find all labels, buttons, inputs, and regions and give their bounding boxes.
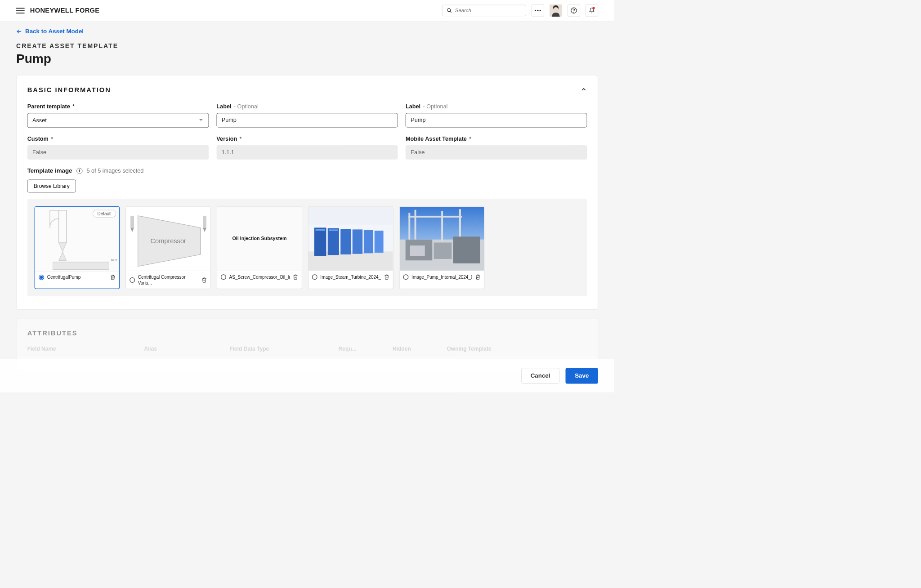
image-thumbnail (308, 207, 393, 271)
notification-dot-icon (592, 7, 595, 9)
svg-text:Compressor: Compressor (151, 237, 186, 245)
field-label: Custom (27, 135, 49, 142)
trash-icon[interactable] (384, 274, 389, 280)
trash-icon[interactable] (475, 274, 481, 280)
back-link-label: Back to Asset Model (25, 28, 84, 35)
template-image-gallery: Default Run Centrifugal (27, 199, 587, 296)
cancel-button[interactable]: Cancel (521, 368, 559, 383)
image-card[interactable]: Oil Injection Subsystem AS_Screw_Compres… (217, 206, 302, 289)
input-value: Pump (222, 117, 237, 124)
input-value: False (32, 149, 46, 156)
browse-library-button[interactable]: Browse Library (27, 180, 76, 193)
help-circle-icon (571, 7, 577, 14)
trash-icon[interactable] (201, 277, 207, 283)
optional-marker: - Optional (234, 103, 259, 110)
svg-rect-28 (340, 229, 351, 254)
save-button[interactable]: Save (565, 368, 598, 383)
column-header: Field Name (27, 346, 137, 352)
column-header: Owning Template (447, 346, 541, 352)
image-card[interactable]: Default Run Centrifugal (35, 206, 120, 289)
image-name: Centrifugal Compressor Varia... (138, 274, 199, 286)
input-value: 1.1.1 (222, 149, 234, 156)
collapse-toggle[interactable] (581, 86, 587, 94)
image-card[interactable]: Image_Steam_Turbine_2024_01_31.Jp... (308, 206, 393, 289)
image-name: AS_Screw_Compressor_Oil_Injected_V... (229, 274, 290, 280)
notifications-button[interactable] (586, 4, 598, 17)
image-radio[interactable] (403, 274, 408, 280)
page-title: Pump (16, 52, 598, 66)
field-parent-template: Parent template * Asset (27, 103, 209, 128)
field-label: Version (216, 135, 237, 142)
image-name: Image_Steam_Turbine_2024_01_31.Jp... (320, 274, 381, 280)
required-marker: * (72, 103, 75, 110)
column-header: Hidden (393, 346, 439, 352)
svg-rect-33 (329, 229, 338, 231)
default-badge: Default (93, 210, 116, 218)
arrow-left-icon (16, 28, 22, 34)
svg-rect-42 (434, 243, 452, 259)
svg-rect-40 (408, 216, 462, 218)
column-header (548, 346, 587, 352)
label-input-2[interactable]: Pump (406, 113, 587, 127)
svg-line-1 (450, 11, 452, 13)
attributes-table-header: Field Name Alias Field Data Type Requ...… (27, 346, 587, 352)
field-label: Label (406, 103, 420, 110)
image-thumbnail (399, 207, 484, 271)
chevron-down-icon (198, 117, 204, 124)
svg-rect-14 (53, 262, 109, 269)
input-value: False (411, 149, 425, 156)
svg-rect-30 (364, 230, 373, 254)
svg-point-8 (573, 12, 574, 13)
field-label-1: Label - Optional Pump (216, 103, 398, 128)
field-version: Version * 1.1.1 (216, 135, 398, 159)
template-image-label: Template image (27, 167, 72, 174)
image-card[interactable]: Image_Pump_Internal_2024_01_31_j... (399, 206, 484, 289)
section-title: BASIC INFORMATION (27, 86, 111, 94)
svg-rect-31 (375, 231, 384, 253)
svg-rect-32 (316, 229, 325, 231)
search-input[interactable] (455, 8, 522, 13)
info-icon[interactable]: i (76, 168, 82, 174)
trash-icon[interactable] (110, 274, 116, 280)
required-marker: * (469, 135, 471, 142)
custom-input: False (27, 145, 209, 160)
user-avatar[interactable] (550, 4, 562, 17)
chevron-up-icon (581, 86, 587, 93)
image-placeholder-text: Oil Injection Subsystem (232, 236, 286, 241)
hamburger-menu-icon[interactable] (16, 6, 25, 15)
page-eyebrow: CREATE ASSET TEMPLATE (16, 43, 598, 50)
search-icon (447, 8, 452, 13)
svg-rect-29 (353, 229, 363, 254)
svg-rect-26 (314, 227, 326, 256)
more-menu-button[interactable] (532, 4, 544, 17)
image-thumbnail: Compressor (126, 207, 210, 271)
trash-icon[interactable] (293, 274, 298, 280)
help-button[interactable] (568, 4, 580, 17)
parent-template-select[interactable]: Asset (27, 113, 209, 128)
search-input-container[interactable] (442, 5, 526, 16)
image-radio[interactable] (130, 277, 135, 283)
svg-text:Run: Run (111, 258, 117, 262)
image-radio[interactable] (221, 274, 226, 280)
image-radio[interactable] (39, 275, 44, 280)
svg-point-0 (447, 9, 451, 12)
image-radio[interactable] (312, 274, 317, 280)
section-title: ATTRIBUTES (27, 329, 587, 337)
svg-rect-27 (328, 228, 339, 255)
field-custom: Custom * False (27, 135, 209, 159)
svg-rect-43 (453, 236, 480, 263)
field-label: Parent template (27, 103, 70, 110)
app-header: HONEYWELL FORGE (0, 0, 614, 21)
more-horizontal-icon (535, 9, 541, 11)
image-card[interactable]: Compressor Centrifugal Compressor Varia.… (125, 206, 210, 289)
column-header: Requ... (339, 346, 385, 352)
label-input-1[interactable]: Pump (216, 113, 398, 127)
svg-point-2 (535, 10, 536, 11)
svg-rect-44 (410, 245, 425, 256)
input-value: Pump (411, 117, 425, 124)
back-link[interactable]: Back to Asset Model (16, 28, 598, 35)
svg-rect-25 (308, 207, 393, 225)
version-input: 1.1.1 (216, 145, 398, 160)
page-footer: Cancel Save (0, 359, 614, 392)
field-label: Label (216, 103, 231, 110)
